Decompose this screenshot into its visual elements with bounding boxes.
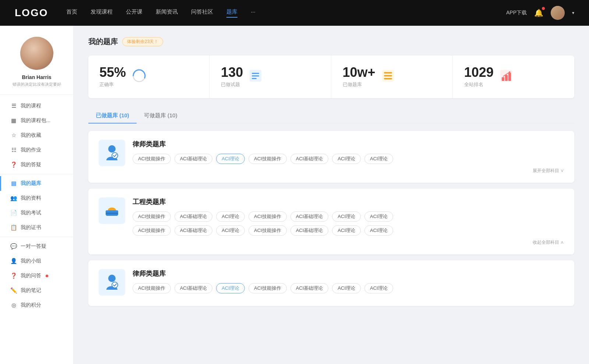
tag[interactable]: ACI理论: [364, 211, 393, 222]
sidebar-item-my-qa[interactable]: ❓ 我的答疑: [0, 157, 73, 172]
ranking-label: 全站排名: [464, 81, 494, 88]
tag[interactable]: ACI理论: [364, 154, 393, 164]
tag[interactable]: ACI基础理论: [290, 225, 329, 236]
accuracy-value: 55%: [99, 66, 126, 79]
qbank-header-lawyer2: 律师类题库 ACI技能操作 ACI基础理论 ACI理论 ACI技能操作 ACI基…: [99, 269, 564, 297]
svg-rect-8: [384, 75, 392, 76]
tag[interactable]: ACI理论: [332, 211, 361, 222]
nav-link-qa[interactable]: 问答社区: [191, 8, 213, 18]
notification-bell[interactable]: 🔔: [534, 8, 543, 17]
nav-link-qbank[interactable]: 题库: [226, 8, 237, 18]
tag[interactable]: ACI技能操作: [248, 225, 287, 236]
tag[interactable]: ACI理论: [364, 283, 393, 293]
qbank-body-engineer: 工程类题库 ACI技能操作 ACI基础理论 ACI理论 ACI技能操作 ACI基…: [133, 197, 564, 246]
svg-point-15: [108, 145, 116, 153]
tag[interactable]: ACI基础理论: [174, 225, 213, 236]
my-qa-icon: ❓: [10, 161, 17, 168]
sidebar-profile: Brian Harris 错误的决定比没有决定要好: [0, 37, 73, 95]
tag[interactable]: ACI基础理论: [290, 283, 329, 293]
svg-rect-7: [384, 72, 392, 74]
qbank-body: 律师类题库 ACI技能操作 ACI基础理论 ACI理论 ACI技能操作 ACI基…: [133, 140, 564, 174]
tags-row-engineer-1: ACI技能操作 ACI基础理论 ACI理论 ACI技能操作 ACI基础理论 AC…: [133, 211, 564, 222]
avatar-chevron-icon[interactable]: ▾: [572, 10, 574, 15]
sidebar-item-label: 我的证书: [21, 224, 41, 231]
tag[interactable]: ACI技能操作: [133, 154, 171, 164]
sidebar-menu: ☰ 我的课程 ▦ 我的课程包... ☆ 我的收藏 ☷ 我的作业 ❓ 我的答疑 ▤: [0, 99, 73, 313]
stat-ranking: 1029 全站排名: [453, 56, 574, 98]
course-packages-icon: ▦: [10, 117, 17, 124]
nav-link-more[interactable]: ···: [251, 8, 255, 18]
tag[interactable]: ACI技能操作: [133, 225, 171, 236]
trial-badge: 体验剩余23天！: [122, 37, 163, 46]
collapse-link[interactable]: 收起全部科目 ∧: [133, 239, 564, 246]
tag[interactable]: ACI基础理论: [290, 154, 329, 164]
sidebar-item-my-group[interactable]: 👤 我的小组: [0, 254, 73, 268]
sidebar-item-homework[interactable]: ☷ 我的作业: [0, 143, 73, 157]
sidebar-item-one-on-one[interactable]: 💬 一对一答疑: [0, 239, 73, 254]
nav-link-opencourse[interactable]: 公开课: [126, 8, 142, 18]
tag[interactable]: ACI理论: [216, 211, 245, 222]
sidebar-item-label: 我的作业: [21, 147, 41, 153]
sidebar-item-label: 我的小组: [21, 258, 41, 264]
tag[interactable]: ACI理论: [216, 225, 245, 236]
qbank-header: 律师类题库 ACI技能操作 ACI基础理论 ACI理论 ACI技能操作 ACI基…: [99, 140, 564, 174]
tag[interactable]: ACI理论: [364, 225, 393, 236]
qbank-card-lawyer-2: 律师类题库 ACI技能操作 ACI基础理论 ACI理论 ACI技能操作 ACI基…: [88, 260, 574, 306]
my-notes-icon: ✏️: [10, 287, 17, 294]
my-exams-icon: 📄: [10, 210, 17, 216]
tag[interactable]: ACI理论: [332, 154, 361, 164]
engineer-icon: [99, 197, 125, 224]
tag[interactable]: ACI基础理论: [290, 211, 329, 222]
avatar[interactable]: [551, 6, 565, 20]
sidebar-item-my-points[interactable]: ◎ 我的积分: [0, 298, 73, 313]
nav-link-discover[interactable]: 发现课程: [91, 8, 113, 18]
profile-name: Brian Harris: [22, 74, 51, 80]
my-courses-icon: ☰: [10, 103, 17, 109]
sidebar-item-my-questions[interactable]: ❓ 我的问答: [0, 268, 73, 283]
tag-active[interactable]: ACI理论: [216, 283, 245, 293]
sidebar-divider: [0, 174, 73, 174]
sidebar-item-label: 一对一答疑: [21, 243, 46, 250]
tag[interactable]: ACI技能操作: [133, 211, 171, 222]
avatar-image: [551, 6, 565, 20]
tag[interactable]: ACI理论: [332, 283, 361, 293]
sidebar-item-course-packages[interactable]: ▦ 我的课程包...: [0, 113, 73, 128]
my-profile-icon: 👥: [10, 195, 17, 201]
done-questions-value: 130: [221, 66, 243, 79]
done-questions-label: 已做试题: [221, 81, 243, 88]
svg-rect-5: [252, 78, 257, 79]
tag[interactable]: ACI技能操作: [133, 283, 171, 293]
tab-done-banks[interactable]: 已做题库 (10): [88, 108, 137, 123]
expand-link[interactable]: 展开全部科目 ∨: [133, 168, 564, 174]
app-download-button[interactable]: APP下载: [506, 10, 527, 16]
tag[interactable]: ACI基础理论: [174, 154, 213, 164]
sidebar-item-my-notes[interactable]: ✏️ 我的笔记: [0, 283, 73, 298]
tag[interactable]: ACI基础理论: [174, 211, 213, 222]
accuracy-label: 正确率: [99, 81, 126, 88]
tag[interactable]: ACI理论: [332, 225, 361, 236]
tags-row-engineer-2: ACI技能操作 ACI基础理论 ACI理论 ACI技能操作 ACI基础理论 AC…: [133, 225, 564, 236]
tag-active[interactable]: ACI理论: [216, 154, 245, 164]
sidebar-item-certificates[interactable]: 📋 我的证书: [0, 220, 73, 235]
tag[interactable]: ACI技能操作: [248, 154, 287, 164]
nav-link-home[interactable]: 首页: [66, 8, 77, 18]
sidebar-item-question-bank[interactable]: ▤ 我的题库: [0, 176, 73, 191]
lawyer-icon: [99, 140, 125, 166]
notification-badge: [542, 7, 545, 10]
nav-links: 首页 发现课程 公开课 新闻资讯 问答社区 题库 ···: [66, 8, 506, 18]
ranking-value: 1029: [464, 66, 494, 79]
tag[interactable]: ACI基础理论: [174, 283, 213, 293]
svg-point-20: [108, 275, 116, 282]
tab-available-banks[interactable]: 可做题库 (10): [137, 108, 185, 123]
sidebar-item-my-exams[interactable]: 📄 我的考试: [0, 206, 73, 220]
tag[interactable]: ACI技能操作: [248, 211, 287, 222]
svg-rect-18: [106, 213, 118, 214]
svg-rect-11: [502, 77, 504, 81]
sidebar-item-my-profile[interactable]: 👥 我的资料: [0, 191, 73, 206]
tags-row-lawyer2: ACI技能操作 ACI基础理论 ACI理论 ACI技能操作 ACI基础理论 AC…: [133, 283, 564, 293]
tag[interactable]: ACI技能操作: [248, 283, 287, 293]
qbank-name-engineer: 工程类题库: [133, 197, 564, 206]
nav-link-news[interactable]: 新闻资讯: [156, 8, 178, 18]
sidebar-item-favorites[interactable]: ☆ 我的收藏: [0, 128, 73, 143]
sidebar-item-my-courses[interactable]: ☰ 我的课程: [0, 99, 73, 113]
